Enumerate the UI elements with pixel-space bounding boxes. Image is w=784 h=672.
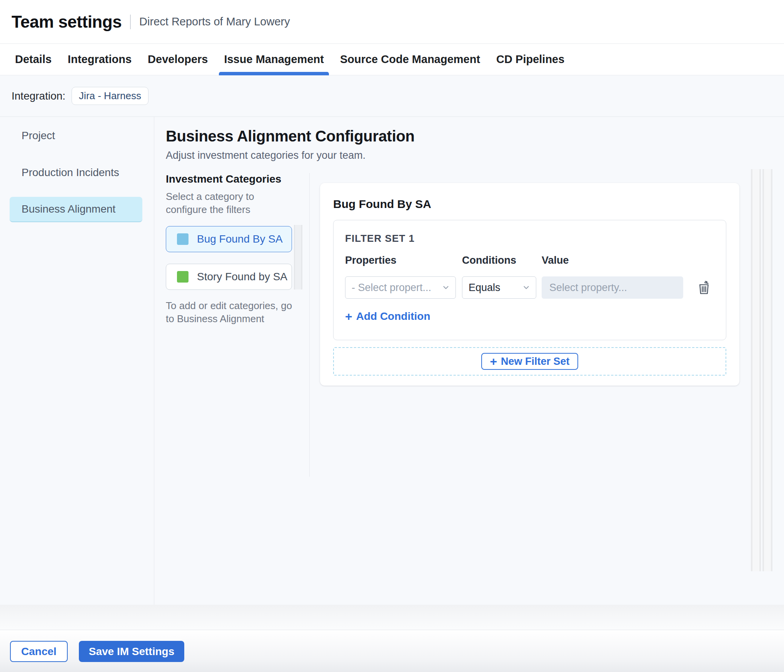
content-area: Project Production Incidents Business Al… [0,116,784,605]
filter-panel-column: Bug Found By SA FILTER SET 1 Properties … [310,173,784,477]
tab-details[interactable]: Details [15,44,52,75]
chevron-down-icon [442,283,450,292]
categories-hint: Select a category to configure the filte… [166,190,290,216]
condition-select-value: Equals [469,282,500,294]
sidebar-item-production-incidents[interactable]: Production Incidents [10,160,142,185]
condition-select[interactable]: Equals [462,276,536,299]
integration-label: Integration: [12,90,65,102]
sidebar-item-project[interactable]: Project [10,123,142,148]
value-column-header: Value [542,254,683,266]
value-input[interactable] [542,276,683,299]
chevron-down-icon [522,283,530,292]
category-bug-found-by-sa[interactable]: Bug Found By SA [166,226,292,252]
cancel-button[interactable]: Cancel [10,641,68,662]
integration-chip[interactable]: Jira - Harness [72,87,148,105]
property-select[interactable]: - Select propert... [345,276,456,299]
section-title: Business Alignment Configuration [166,128,784,145]
team-name-subtitle: Direct Reports of Mary Lowery [139,15,290,28]
trash-icon [696,279,712,296]
properties-column-header: Properties [345,254,456,266]
tab-integrations[interactable]: Integrations [68,44,132,75]
settings-tab-bar: Details Integrations Developers Issue Ma… [0,43,784,75]
investment-categories-column: Investment Categories Select a category … [166,173,310,477]
outer-scrollbar[interactable] [762,169,772,571]
tab-cd-pipelines[interactable]: CD Pipelines [496,44,564,75]
inner-scrollbar[interactable] [751,169,761,571]
categories-scrollbar[interactable] [294,225,302,289]
page-title: Team settings [12,12,122,32]
filter-set-label: FILTER SET 1 [345,233,714,245]
save-im-settings-button[interactable]: Save IM Settings [79,641,184,662]
sidebar-item-business-alignment[interactable]: Business Alignment [10,197,142,222]
categories-heading: Investment Categories [166,173,309,185]
main-panel: Business Alignment Configuration Adjust … [154,117,784,605]
page-header: Team settings Direct Reports of Mary Low… [0,0,784,43]
tab-developers[interactable]: Developers [148,44,208,75]
category-story-found-by-sa[interactable]: Story Found by SA [166,264,292,290]
integration-row: Integration: Jira - Harness [0,75,784,116]
filter-set-box: FILTER SET 1 Properties Conditions Value… [333,220,726,340]
new-filter-set-dropzone: + New Filter Set [333,347,726,376]
config-card-title: Bug Found By SA [333,198,726,211]
add-condition-button[interactable]: + Add Condition [345,310,430,323]
tab-issue-management[interactable]: Issue Management [224,44,324,75]
category-config-card: Bug Found By SA FILTER SET 1 Properties … [320,183,739,386]
settings-sidebar: Project Production Incidents Business Al… [0,117,154,605]
title-divider [130,15,131,29]
category-color-swatch [177,233,188,245]
categories-footnote: To add or edit categories, go to Busines… [166,299,297,325]
delete-condition-button[interactable] [696,279,712,296]
plus-icon: + [490,356,497,367]
active-tab-underline [219,72,329,75]
property-select-placeholder: - Select propert... [352,282,431,294]
category-color-swatch [177,271,188,283]
footer-action-bar: Cancel Save IM Settings [0,630,784,672]
conditions-column-header: Conditions [462,254,536,266]
tab-source-code-management[interactable]: Source Code Management [340,44,480,75]
content-fade-band [0,605,784,630]
section-subtitle: Adjust investment categories for your te… [166,150,784,161]
new-filter-set-button[interactable]: + New Filter Set [481,353,578,370]
plus-icon: + [345,311,352,322]
